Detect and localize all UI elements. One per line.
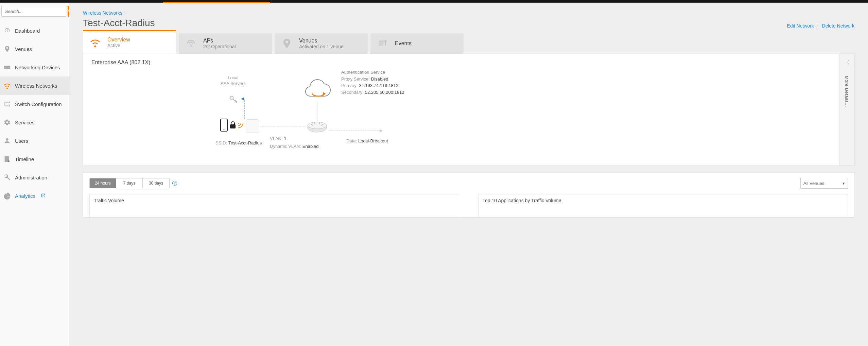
breadcrumb-parent[interactable]: Wireless Networks bbox=[83, 10, 122, 16]
tab-bar: OverviewActive APs2/2 Operational Venues… bbox=[83, 33, 868, 54]
edit-network-link[interactable]: Edit Network bbox=[787, 23, 814, 29]
sidebar-item-label: Timeline bbox=[15, 156, 34, 162]
primary-value: 34.193.74.119:1812 bbox=[359, 83, 398, 88]
dynamic-vlan-row: Dynamic VLAN:Enabled bbox=[270, 143, 318, 149]
range-24h[interactable]: 24 hours bbox=[90, 178, 116, 188]
secondary-value: 52.205.50.200:1812 bbox=[365, 90, 404, 95]
divider: | bbox=[817, 23, 819, 29]
secondary-label: Secondary: bbox=[341, 90, 364, 95]
external-link-icon bbox=[41, 193, 46, 199]
page-title: Test-Acct-Radius bbox=[83, 18, 155, 29]
lock-icon bbox=[229, 121, 236, 129]
tab-subtitle: 2/2 Operational bbox=[203, 44, 236, 49]
overview-panel-wrap: Enterprise AAA (802.1X) LocalAAA Servers… bbox=[83, 54, 854, 166]
sidebar-item-users[interactable]: Users bbox=[0, 132, 69, 150]
traffic-section: 24 hours 7 days 30 days ? All Venues ▾ T… bbox=[83, 173, 854, 218]
sidebar-item-devices[interactable]: Networking Devices bbox=[0, 58, 69, 76]
auth-service-block: Authentication Service Proxy Service:Dis… bbox=[341, 69, 404, 96]
device-icon bbox=[3, 63, 12, 72]
user-icon bbox=[3, 136, 12, 145]
delete-network-link[interactable]: Delete Network bbox=[822, 23, 854, 29]
phone-icon bbox=[220, 118, 228, 132]
sidebar-item-dashboard[interactable]: Dashboard bbox=[0, 21, 69, 40]
chevron-left-icon: 〈 bbox=[845, 59, 849, 66]
keys-icon bbox=[227, 93, 240, 108]
proxy-value: Disabled bbox=[371, 76, 388, 82]
sidebar: Dashboard Venues Networking Devices Wire… bbox=[0, 3, 69, 346]
sidebar-item-label: Services bbox=[15, 120, 35, 125]
pin-icon bbox=[281, 37, 293, 50]
ap-icon bbox=[185, 37, 197, 50]
local-aaa-label: LocalAAA Servers bbox=[221, 75, 246, 87]
svg-point-1 bbox=[5, 67, 6, 68]
venue-filter-select[interactable]: All Venues ▾ bbox=[800, 178, 848, 189]
vlan-row: VLAN:1 bbox=[270, 135, 287, 141]
wifi-icon bbox=[3, 81, 12, 90]
sidebar-item-timeline[interactable]: Timeline bbox=[0, 150, 69, 168]
time-range-selector: 24 hours 7 days 30 days bbox=[89, 178, 170, 188]
tab-title: Overview bbox=[107, 37, 130, 43]
svg-rect-10 bbox=[230, 124, 236, 128]
venue-filter-label: All Venues bbox=[803, 181, 824, 186]
sidebar-item-label: Administration bbox=[15, 175, 47, 180]
chevron-down-icon: ▾ bbox=[843, 181, 845, 186]
sidebar-item-analytics[interactable]: Analytics bbox=[0, 187, 69, 205]
svg-point-4 bbox=[8, 160, 10, 162]
sidebar-nav: Dashboard Venues Networking Devices Wire… bbox=[0, 21, 69, 205]
panel-title: Enterprise AAA (802.1X) bbox=[91, 59, 831, 66]
switch-icon bbox=[3, 100, 12, 108]
main-content: Wireless Networks〉 Test-Acct-Radius Edit… bbox=[69, 3, 868, 346]
overview-panel: Enterprise AAA (802.1X) LocalAAA Servers… bbox=[83, 54, 839, 166]
card-title: Top 10 Applications by Traffic Volume bbox=[483, 198, 844, 203]
tab-venues[interactable]: VenuesActivated on 1 venue bbox=[275, 33, 368, 54]
top-bar bbox=[0, 0, 868, 3]
more-details-label: More Details... bbox=[844, 76, 849, 107]
signal-icon bbox=[238, 121, 244, 129]
tab-title: APs bbox=[203, 38, 236, 44]
sidebar-item-switch[interactable]: Switch Configuration bbox=[0, 95, 69, 113]
tab-events[interactable]: Events bbox=[370, 33, 464, 54]
pie-icon bbox=[3, 191, 12, 200]
range-7d[interactable]: 7 days bbox=[116, 178, 143, 188]
range-30d[interactable]: 30 days bbox=[143, 178, 169, 188]
sidebar-item-label: Networking Devices bbox=[15, 65, 60, 70]
access-point-icon bbox=[246, 119, 259, 133]
wifi-icon bbox=[89, 36, 101, 49]
ssid-row: SSID:Test-Acct-Radius bbox=[215, 140, 262, 146]
primary-label: Primary: bbox=[341, 83, 358, 88]
tab-overview[interactable]: OverviewActive bbox=[83, 30, 176, 54]
tab-subtitle: Activated on 1 venue bbox=[299, 44, 344, 49]
sidebar-item-label: Wireless Networks bbox=[15, 83, 57, 89]
pin-icon bbox=[3, 45, 12, 53]
help-icon[interactable]: ? bbox=[172, 181, 177, 186]
data-row: Data:Local-Breakout bbox=[346, 138, 388, 144]
topology-diagram: LocalAAA Servers ◀ Authentication Servic… bbox=[91, 69, 831, 157]
events-icon bbox=[377, 37, 389, 50]
tab-subtitle: Active bbox=[107, 43, 130, 48]
client-device-group bbox=[220, 118, 244, 132]
tab-title: Events bbox=[395, 40, 412, 47]
router-icon bbox=[306, 119, 328, 136]
proxy-label: Proxy Service: bbox=[341, 76, 370, 82]
sidebar-item-label: Switch Configuration bbox=[15, 101, 62, 107]
auth-heading: Authentication Service bbox=[341, 69, 404, 76]
svg-point-7 bbox=[308, 122, 327, 129]
sidebar-item-venues[interactable]: Venues bbox=[0, 40, 69, 58]
cloud-icon bbox=[302, 79, 333, 104]
sidebar-item-wireless[interactable]: Wireless Networks bbox=[0, 76, 69, 95]
tab-title: Venues bbox=[299, 38, 344, 44]
sidebar-item-label: Venues bbox=[15, 46, 32, 52]
tab-aps[interactable]: APs2/2 Operational bbox=[179, 33, 272, 54]
timeline-icon bbox=[3, 155, 12, 163]
sidebar-item-services[interactable]: Services bbox=[0, 113, 69, 132]
arrow-left-icon: ◀ bbox=[241, 96, 244, 101]
svg-point-2 bbox=[9, 67, 10, 68]
svg-point-9 bbox=[224, 129, 225, 131]
chevron-right-icon: 〉 bbox=[124, 11, 128, 16]
wrench-icon bbox=[3, 173, 12, 182]
sidebar-item-admin[interactable]: Administration bbox=[0, 168, 69, 187]
top-apps-card: Top 10 Applications by Traffic Volume bbox=[478, 194, 848, 217]
more-details-toggle[interactable]: 〈 More Details... bbox=[839, 54, 854, 166]
search-wrap bbox=[0, 3, 69, 19]
search-input[interactable] bbox=[1, 6, 66, 17]
